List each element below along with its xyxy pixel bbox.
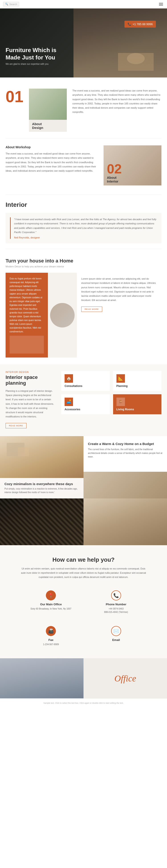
house-home-subtitle: Modern Décor to help you achieve your dr… [6,265,161,268]
footer: Sample text. Click to select the text bo… [0,699,167,708]
hero-title: Furniture Which is Made Just for You [6,46,56,61]
section01-text: The event was a success, and we realized… [72,89,161,115]
house-left-image [9,336,44,353]
section02: 02 About Interior [104,145,161,185]
fax-icon: 📠 [46,626,56,636]
phone-icon: 📞 [128,23,131,26]
house-left-panel: Duis eu fugiat pretium nibl lorem conseq… [6,273,48,358]
help-text: Ut enim ad minim veniam, quis nostrud ex… [19,566,148,580]
phone-contact-icon: 📞 [111,590,121,600]
main-office-title: Our Main Office [25,602,77,606]
help-section: How can we help you? Ut enim ad minim ve… [0,545,167,658]
testimonial-bar [10,217,11,239]
about-design-left: About Design [29,89,67,132]
living-icon: 🪑 [116,398,125,406]
read-more-button-2[interactable]: READ MORE [6,423,27,428]
contact-email: ✉️ Email [87,623,146,649]
contact-phone: 📞 Phone Number +44 0974-5463 888-015-404… [87,587,146,617]
fax-title: Fax [25,638,77,642]
interior-section: Interior "I have known and worked closel… [0,194,167,249]
hero-section: 📞 +1 785 88 9996 Furniture Which is Made… [0,8,167,78]
search-label: Search [9,3,17,6]
planning-title: Interior space planning [6,374,55,386]
email-title: Email [90,638,143,642]
hero-subtitle: We are glad to share our expertise with … [6,63,56,65]
hero-phone-number: +1 785 88 9996 [132,23,153,26]
testimonial-box: "I have known and worked closely with Ri… [6,213,161,243]
warm-cozy-title: Create a Warm & Cozy Home on a Budget [88,442,163,446]
planning-label: Interior Design [6,371,55,373]
warm-cozy-text: The curved lines of the furniture, the s… [88,448,163,459]
testimonial-text: "I have known and worked closely with Ri… [14,217,157,235]
email-icon: ✉️ [111,626,121,636]
cozy-title: Cozy minimalism is everywhere these days [4,482,79,486]
section-number-01: 01 [6,89,23,105]
house-left-text: Duis eu fugiat pretium nibl lorem conseq… [9,277,44,334]
about-workshop: About Workshop The event was a success, … [6,145,104,185]
house-home-title: Turn your house into a Home [6,258,161,264]
cozy-right: Create a Warm & Cozy Home on a Budget Th… [84,436,167,498]
about-interior-label: About Interior [107,176,122,183]
main-office-address: Sixty 60 Broadway, In New York, Ny 1007 [25,607,77,611]
fullwidth-dark-right [84,498,167,545]
about-design-image [29,89,67,120]
accessories-icon: 🛋️ [65,398,73,406]
office-label: Office [114,673,136,684]
planning-section: Interior Design Interior space planning … [0,364,167,436]
house-grid: Duis eu fugiat pretium nibl lorem conseq… [6,273,161,358]
fax-number: 1-234-567-8909 [25,643,77,646]
hero-phone[interactable]: 📞 +1 785 88 9996 [125,21,156,28]
cozy-text: Put simply, cozy minimalism is a reactio… [4,487,79,494]
office-text-panel: Office [84,658,167,699]
accessories-title: Accessories [65,408,106,411]
main-office-icon: 📍 [46,590,56,600]
fullwidth-dark-image [0,498,167,545]
planning-icon: 📐 [116,374,125,383]
footer-text: Sample text. Click to select the text bo… [6,702,161,704]
workshop-title: About Workshop [6,145,98,149]
about-design-label: About Design [29,120,67,132]
house-home-section: Turn your house into a Home Modern Décor… [0,249,167,364]
cozy-left: Cozy minimalism is everywhere these days… [0,436,84,498]
warm-cozy-text-box: Create a Warm & Cozy Home on a Budget Th… [84,436,167,472]
consultations-icon: 🏠 [65,374,73,383]
planning-services-grid: 🏠 Consultations 📐 Planning 🛋️ Accessorie… [61,371,161,414]
service-card-accessories: 🛋️ Accessories [61,394,110,414]
service-card-planning: 📐 Planning [113,371,162,391]
phone-contact-number2: 888-015-4042 (Toll-free) [90,611,143,614]
office-image [0,658,84,699]
search-box[interactable]: 🔍 Search [3,2,19,6]
house-right-text: Lorem ipsum dolor sit amet, consectetur … [81,277,157,303]
section-number-02: 02 [107,162,122,176]
phone-contact-title: Phone Number [90,602,143,606]
house-center-panel [48,273,77,358]
consultations-title: Consultations [65,384,106,388]
workshop-text: The event was a success, and we realized… [6,152,98,173]
warm-cozy-image [84,472,167,498]
navbar: 🔍 Search [0,0,167,8]
phone-contact-number1: +44 0974-5463 [90,607,143,611]
office-section: Office [0,658,167,699]
planning-service-title: Planning [116,384,158,388]
read-more-button-1[interactable]: READ MORE [81,307,102,312]
help-title: How can we help you? [6,556,161,563]
contact-grid: 📍 Our Main Office Sixty 60 Broadway, In … [21,587,146,649]
testimonial-author: Neil Reynolds, designer [14,236,157,239]
cozy-section: Cozy minimalism is everywhere these days… [0,436,167,498]
living-title: Living Rooms [116,408,158,411]
house-right-panel: Lorem ipsum dolor sit amet, consectetur … [77,273,161,358]
contact-main-office: 📍 Our Main Office Sixty 60 Broadway, In … [21,587,81,617]
planning-text: Planning is a integral part of interior … [6,389,55,419]
contact-fax: 📠 Fax 1-234-567-8909 [21,623,81,649]
interior-heading: Interior [6,201,161,208]
service-card-consultations: 🏠 Consultations [61,371,110,391]
planning-left: Interior Design Interior space planning … [6,371,55,428]
workshop-interior-row: About Workshop The event was a success, … [0,139,167,194]
section-about-design: 01 About Design The event was a success,… [0,78,167,138]
fullwidth-dark-left [0,498,84,545]
cozy-overlay: Cozy minimalism is everywhere these days… [0,478,84,498]
service-card-living: 🪑 Living Rooms [113,394,162,414]
hero-content: Furniture Which is Made Just for You We … [6,46,56,65]
house-center-image [50,303,75,328]
hamburger-menu[interactable] [158,2,164,6]
